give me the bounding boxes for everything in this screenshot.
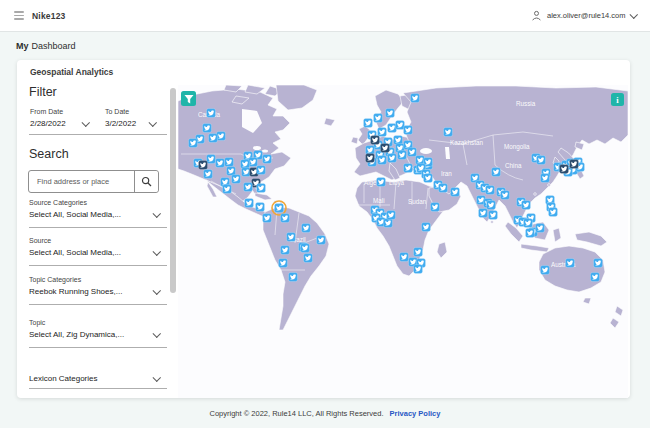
map-marker-twitter[interactable] [451, 188, 460, 197]
map-marker-twitter[interactable] [566, 259, 575, 268]
map-marker-twitter[interactable] [486, 186, 495, 195]
map-marker-twitter[interactable] [489, 211, 498, 220]
user-menu[interactable]: alex.oliver@rule14.com [531, 10, 636, 21]
map-marker-twitter[interactable] [242, 168, 251, 177]
map-marker-twitter[interactable] [549, 208, 558, 217]
map-marker-twitter[interactable] [216, 159, 225, 168]
map-marker-twitter[interactable] [256, 203, 265, 212]
map-country-label: Mongolia [504, 143, 530, 151]
map-marker-twitter[interactable] [217, 132, 226, 141]
map-marker-twitter[interactable] [232, 175, 241, 184]
map-marker-twitter[interactable] [366, 146, 375, 155]
map-marker-twitter[interactable] [203, 124, 212, 133]
from-date-select[interactable]: 2/28/2022 [30, 119, 88, 128]
map-marker-twitter[interactable] [241, 160, 250, 169]
map-marker-twitter[interactable] [378, 128, 387, 137]
map-marker-twitter[interactable] [301, 244, 310, 253]
map-marker-twitter[interactable] [223, 185, 232, 194]
map-info-button[interactable]: i [611, 93, 624, 106]
map-marker-twitter[interactable] [479, 209, 488, 218]
map-marker-twitter[interactable] [536, 224, 545, 233]
to-date-select[interactable]: 3/2/2022 [105, 119, 155, 128]
menu-icon[interactable] [14, 10, 24, 22]
map-marker-twitter[interactable] [386, 109, 395, 118]
search-button[interactable] [134, 171, 158, 192]
map-marker-twitter[interactable] [594, 259, 603, 268]
search-input[interactable] [29, 171, 134, 192]
map-marker-twitter[interactable] [416, 156, 425, 165]
map-marker-twitter[interactable] [439, 184, 448, 193]
map-marker-twitter[interactable] [371, 136, 380, 145]
map-marker-twitter[interactable] [366, 154, 375, 163]
map-marker-twitter[interactable] [317, 236, 326, 245]
map-marker-twitter[interactable] [244, 183, 253, 192]
map-marker-twitter[interactable] [560, 165, 569, 174]
map-marker-twitter[interactable] [387, 211, 396, 220]
map-marker-twitter[interactable] [209, 134, 218, 143]
map-marker-twitter[interactable] [537, 156, 546, 165]
map-marker-twitter[interactable] [289, 273, 298, 282]
map-marker-twitter[interactable] [388, 154, 397, 163]
map-marker-twitter[interactable] [279, 259, 288, 268]
map-marker-twitter[interactable] [199, 161, 208, 170]
map-marker-twitter[interactable] [541, 266, 550, 275]
map-marker-twitter[interactable] [189, 139, 198, 148]
map-marker-twitter[interactable] [414, 248, 423, 257]
map-marker-twitter[interactable] [487, 201, 496, 210]
map-marker-twitter[interactable] [287, 233, 296, 242]
map-marker-twitter[interactable] [381, 144, 390, 153]
map-marker-twitter[interactable] [364, 119, 373, 128]
map-marker-twitter[interactable] [396, 121, 405, 130]
user-icon [531, 10, 542, 21]
map-marker-twitter[interactable] [404, 126, 413, 135]
map-marker-twitter[interactable] [394, 136, 403, 145]
map-marker-twitter[interactable] [257, 166, 266, 175]
topic-select[interactable]: Select All, Zig Dynamica,... [29, 330, 159, 339]
map-marker-twitter[interactable] [424, 174, 433, 183]
map-marker-twitter[interactable] [207, 109, 216, 118]
map-marker-twitter[interactable] [431, 203, 440, 212]
map-marker-twitter[interactable] [414, 265, 423, 274]
map-marker-twitter[interactable] [263, 214, 272, 223]
map-marker-twitter[interactable] [227, 167, 236, 176]
map-marker-twitter[interactable] [411, 94, 420, 103]
map-marker-twitter[interactable] [501, 191, 510, 200]
map-filter-button[interactable] [181, 91, 196, 106]
map-container[interactable]: CanadaRussiaKazakhstanMongoliaChinaIranS… [178, 85, 628, 398]
map-marker-twitter[interactable] [378, 156, 387, 165]
map-marker-twitter[interactable] [304, 254, 313, 263]
map-marker-twitter[interactable] [225, 158, 234, 167]
map-marker-twitter[interactable] [541, 174, 550, 183]
map-marker-twitter[interactable] [444, 128, 453, 137]
map-marker-twitter[interactable] [384, 219, 393, 228]
map-marker-twitter[interactable] [281, 246, 290, 255]
map-marker-twitter[interactable] [404, 164, 413, 173]
map-marker-twitter[interactable] [570, 160, 579, 169]
map-marker-twitter[interactable] [398, 151, 407, 160]
map-marker-twitter[interactable] [400, 253, 409, 262]
map-marker-twitter[interactable] [408, 148, 417, 157]
map-marker-twitter[interactable] [526, 229, 535, 238]
map-marker-twitter[interactable] [374, 114, 383, 123]
topic-categories-select[interactable]: Reebok Running Shoes,... [29, 287, 159, 296]
lexicon-categories-select[interactable]: Lexicon Categories [29, 374, 159, 383]
map-marker-twitter[interactable] [388, 124, 397, 133]
map-marker-twitter[interactable] [204, 170, 213, 179]
panel-scrollbar[interactable] [170, 88, 176, 293]
privacy-policy-link[interactable]: Privacy Policy [390, 409, 441, 418]
map-marker-twitter[interactable] [377, 178, 386, 187]
map-marker-twitter[interactable] [302, 224, 311, 233]
map-marker-twitter[interactable] [207, 155, 216, 164]
map-marker-twitter[interactable] [591, 273, 600, 282]
map-marker-twitter[interactable] [263, 155, 272, 164]
map-marker-twitter[interactable] [524, 219, 533, 228]
source-categories-select[interactable]: Select All, Social Media,... [29, 210, 159, 219]
map-marker-twitter[interactable] [522, 201, 531, 210]
map-marker-twitter[interactable] [422, 223, 431, 232]
map-marker-twitter[interactable] [245, 199, 254, 208]
source-select[interactable]: Select All, Social Media,... [29, 248, 159, 257]
map-marker-twitter[interactable] [492, 168, 501, 177]
map-marker-twitter[interactable] [249, 158, 258, 167]
map-marker-twitter[interactable] [257, 184, 266, 193]
map-marker-twitter[interactable] [281, 214, 290, 223]
